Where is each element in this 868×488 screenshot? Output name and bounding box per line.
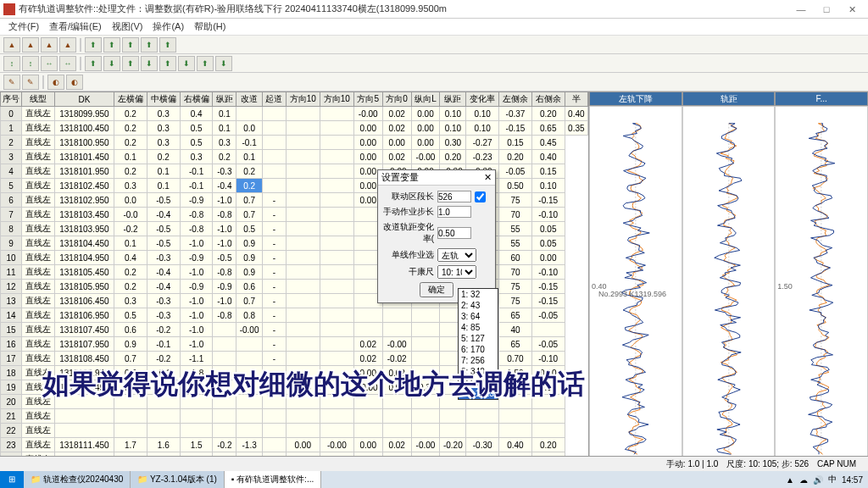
cell[interactable] <box>320 337 353 352</box>
column-header[interactable]: 半 <box>565 92 587 107</box>
cell[interactable]: 直线左 <box>22 337 55 352</box>
cell[interactable]: 0.7 <box>236 294 263 308</box>
column-header[interactable]: 序号 <box>1 92 22 107</box>
menu-item[interactable]: 文件(F) <box>3 20 44 33</box>
cell[interactable]: 直线左 <box>22 150 55 164</box>
ok-button[interactable]: 确定 <box>420 282 453 297</box>
row-header[interactable]: 11 <box>1 265 22 280</box>
cell[interactable]: 0.3 <box>213 136 236 150</box>
cell[interactable]: 0.4 <box>180 107 213 121</box>
cell[interactable]: 0.00 <box>353 150 382 164</box>
cell[interactable]: -0.9 <box>180 193 213 208</box>
cell[interactable] <box>320 323 353 337</box>
cell[interactable] <box>286 352 320 366</box>
column-header[interactable]: 线型 <box>22 92 55 107</box>
toolbar-button[interactable]: ▲ <box>22 37 39 53</box>
cell[interactable] <box>411 323 440 337</box>
cell[interactable] <box>236 337 263 352</box>
cell[interactable]: 0.20 <box>499 150 532 164</box>
row-header[interactable]: 12 <box>1 280 22 294</box>
toolbar-button[interactable]: ▲ <box>41 37 58 53</box>
cell[interactable]: -0.1 <box>180 164 213 179</box>
cell[interactable]: -1.0 <box>180 236 213 251</box>
cell[interactable] <box>531 424 565 438</box>
cell[interactable]: 60 <box>499 251 532 265</box>
column-header[interactable]: 左侧余 <box>499 92 532 107</box>
cell[interactable]: 0.2 <box>114 136 147 150</box>
cell[interactable]: 1318103.450 <box>54 208 114 222</box>
cell[interactable]: 1318103.950 <box>54 222 114 236</box>
cell[interactable]: -0.00 <box>236 323 263 337</box>
cell[interactable]: 0.20 <box>531 438 565 452</box>
cell[interactable]: -0.2 <box>114 222 147 236</box>
cell[interactable]: 1318102.450 <box>54 179 114 193</box>
cell[interactable]: 直线左 <box>22 308 55 323</box>
toolbar-button[interactable]: ⬆ <box>141 37 158 53</box>
cell[interactable] <box>499 409 532 424</box>
field-select[interactable]: 左轨 <box>437 248 476 262</box>
taskbar-item[interactable]: ▪ 有砟轨道调整软件:... <box>225 471 321 488</box>
cell[interactable]: 0.2 <box>147 150 180 164</box>
cell[interactable]: 1318111.450 <box>54 438 114 452</box>
cell[interactable] <box>531 409 565 424</box>
dropdown-item[interactable]: 5: 127 <box>459 333 498 344</box>
cell[interactable]: 0.02 <box>353 352 382 366</box>
cell[interactable]: 1318106.950 <box>54 308 114 323</box>
cell[interactable]: 0.00 <box>353 438 382 452</box>
cell[interactable]: 直线左 <box>22 222 55 236</box>
cell[interactable]: 1318100.950 <box>54 136 114 150</box>
cell[interactable]: 0.1 <box>213 107 236 121</box>
cell[interactable]: 0.35 <box>565 121 587 136</box>
tray-icon[interactable]: ☁ <box>799 475 808 485</box>
cell[interactable] <box>54 424 114 438</box>
cell[interactable]: 0.00 <box>353 121 382 136</box>
cell[interactable] <box>499 424 532 438</box>
cell[interactable]: - <box>263 323 287 337</box>
cell[interactable] <box>320 136 353 150</box>
row-header[interactable]: 17 <box>1 352 22 366</box>
cell[interactable]: 0.2 <box>236 179 263 193</box>
cell[interactable]: 0.02 <box>382 107 411 121</box>
cell[interactable] <box>320 424 353 438</box>
cell[interactable]: 0.02 <box>382 438 411 452</box>
field-input[interactable] <box>437 206 471 218</box>
cell[interactable]: 0.2 <box>114 164 147 179</box>
cell[interactable]: 0.0 <box>114 193 147 208</box>
cell[interactable]: -1.0 <box>180 308 213 323</box>
cell[interactable] <box>320 265 353 280</box>
cell[interactable]: -0.4 <box>147 265 180 280</box>
toolbar-button[interactable]: ↕ <box>3 56 20 71</box>
cell[interactable]: -0.37 <box>499 107 532 121</box>
cell[interactable]: 直线左 <box>22 121 55 136</box>
cell[interactable] <box>263 121 287 136</box>
cell[interactable]: -0.02 <box>382 352 411 366</box>
cell[interactable]: 直线左 <box>22 280 55 294</box>
cell[interactable]: 0.3 <box>147 136 180 150</box>
cell[interactable]: 0.3 <box>147 121 180 136</box>
cell[interactable]: 直线左 <box>22 179 55 193</box>
row-header[interactable]: 21 <box>1 409 22 424</box>
cell[interactable] <box>147 424 180 438</box>
cell[interactable]: 0.6 <box>114 323 147 337</box>
cell[interactable] <box>263 179 287 193</box>
cell[interactable]: 0.9 <box>114 337 147 352</box>
cell[interactable]: 直线左 <box>22 236 55 251</box>
cell[interactable]: 0.05 <box>531 236 565 251</box>
cell[interactable]: 0.45 <box>531 136 565 150</box>
cell[interactable]: -0.05 <box>531 308 565 323</box>
cell[interactable]: 0.9 <box>236 251 263 265</box>
cell[interactable]: 0.3 <box>114 179 147 193</box>
cell[interactable]: - <box>263 308 287 323</box>
cell[interactable]: 直线左 <box>22 107 55 121</box>
dropdown-item[interactable]: 1: 32 <box>459 289 498 300</box>
cell[interactable]: -0.4 <box>213 179 236 193</box>
cell[interactable]: -1.0 <box>180 323 213 337</box>
row-header[interactable]: 20 <box>1 395 22 409</box>
system-tray[interactable]: ▲☁🔊中14:57 <box>781 474 868 485</box>
cell[interactable]: 1318107.450 <box>54 323 114 337</box>
cell[interactable]: 1318102.950 <box>54 193 114 208</box>
field-input[interactable] <box>437 227 471 239</box>
maximize-button[interactable]: □ <box>814 1 839 18</box>
cell[interactable] <box>213 323 236 337</box>
cell[interactable]: 直线左 <box>22 438 55 452</box>
